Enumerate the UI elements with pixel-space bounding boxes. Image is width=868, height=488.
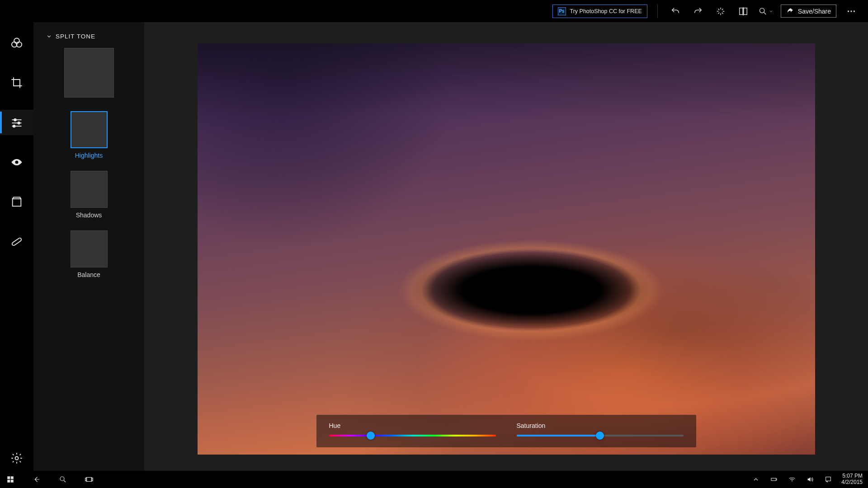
- preset-label: Highlights: [75, 152, 103, 159]
- hue-handle[interactable]: [367, 432, 375, 440]
- battery-icon: [770, 476, 778, 483]
- svg-rect-25: [11, 476, 14, 479]
- preset-original[interactable]: [64, 48, 114, 107]
- back-icon: [33, 475, 41, 483]
- notification-icon: [825, 476, 832, 483]
- saturation-slider[interactable]: [517, 435, 684, 436]
- wifi-icon: [788, 476, 796, 483]
- svg-point-28: [60, 477, 64, 481]
- autofix-button[interactable]: [713, 4, 728, 19]
- save-share-button[interactable]: Save/Share: [781, 5, 836, 18]
- notification-center[interactable]: [823, 474, 833, 484]
- taskview-icon: [85, 475, 93, 483]
- crop-icon: [10, 76, 23, 89]
- svg-point-5: [848, 10, 849, 12]
- svg-point-16: [13, 125, 15, 127]
- svg-point-12: [14, 119, 16, 121]
- svg-point-14: [18, 122, 20, 124]
- tray-overflow[interactable]: [751, 474, 761, 484]
- zoom-icon: [758, 6, 768, 16]
- system-tray: 5:07 PM 4/2/2015: [751, 473, 863, 486]
- workspace: Hue Saturation: [144, 22, 868, 475]
- preset-thumb: [71, 171, 108, 208]
- preset-highlights[interactable]: Highlights: [71, 111, 108, 168]
- svg-line-4: [764, 12, 766, 14]
- ps-badge: Ps: [558, 7, 566, 15]
- tool-crop[interactable]: [0, 70, 33, 95]
- wifi-status[interactable]: [787, 474, 797, 484]
- preset-thumb: [64, 48, 114, 98]
- compare-icon: [738, 6, 748, 16]
- split-tone-panel: SPLIT TONE Highlights Shadows Balance: [33, 22, 144, 475]
- sliders-icon: [10, 116, 23, 129]
- svg-point-7: [854, 10, 855, 12]
- frame-icon: [10, 196, 23, 208]
- search-button[interactable]: [58, 474, 68, 484]
- topbar-divider: [657, 5, 658, 18]
- hue-slider[interactable]: [329, 435, 496, 436]
- photoshop-promo[interactable]: Ps Try PhotoShop CC for FREE: [552, 5, 647, 18]
- clock-time: 5:07 PM: [842, 473, 863, 479]
- svg-rect-26: [7, 480, 10, 483]
- preset-label: Shadows: [76, 211, 102, 219]
- sparkle-icon: [716, 6, 726, 16]
- svg-point-35: [792, 481, 793, 482]
- redo-button[interactable]: [690, 4, 706, 19]
- back-button[interactable]: [32, 474, 42, 484]
- svg-rect-30: [86, 478, 92, 482]
- svg-rect-18: [11, 237, 22, 246]
- svg-rect-0: [740, 8, 743, 14]
- svg-rect-32: [91, 478, 93, 481]
- image-canvas[interactable]: Hue Saturation: [198, 43, 815, 455]
- svg-point-23: [15, 457, 19, 460]
- volume-status[interactable]: [805, 474, 815, 484]
- slider-overlay: Hue Saturation: [316, 415, 696, 447]
- undo-icon: [670, 6, 680, 16]
- chevron-down-icon: [46, 33, 52, 39]
- zoom-button[interactable]: [758, 4, 774, 19]
- taskbar-clock[interactable]: 5:07 PM 4/2/2015: [841, 473, 863, 486]
- start-button[interactable]: [5, 474, 15, 484]
- chevron-down-icon: [769, 9, 774, 14]
- looks-icon: [10, 37, 23, 49]
- tool-strip: [0, 22, 33, 475]
- tool-settings[interactable]: [0, 446, 33, 471]
- preset-thumb: [71, 111, 108, 148]
- preset-shadows[interactable]: Shadows: [71, 171, 108, 228]
- windows-taskbar: 5:07 PM 4/2/2015: [0, 471, 868, 488]
- taskview-button[interactable]: [84, 474, 94, 484]
- eye-icon: [10, 156, 23, 169]
- saturation-handle[interactable]: [596, 432, 604, 440]
- tool-redeye[interactable]: [0, 150, 33, 175]
- volume-icon: [807, 476, 814, 483]
- svg-rect-31: [85, 478, 87, 481]
- svg-line-29: [64, 480, 66, 482]
- svg-rect-34: [776, 479, 777, 480]
- hue-label: Hue: [329, 422, 496, 429]
- panel-heading[interactable]: SPLIT TONE: [33, 33, 144, 45]
- svg-rect-33: [771, 478, 776, 480]
- undo-button[interactable]: [668, 4, 683, 19]
- more-button[interactable]: [844, 4, 859, 19]
- svg-rect-36: [826, 477, 831, 481]
- bandage-icon: [10, 235, 23, 248]
- svg-rect-1: [744, 8, 747, 14]
- tool-looks[interactable]: [0, 30, 33, 56]
- panel-heading-label: SPLIT TONE: [56, 33, 95, 40]
- preset-thumb: [71, 230, 108, 267]
- tool-frames[interactable]: [0, 189, 33, 215]
- preset-label: Balance: [77, 271, 100, 278]
- svg-point-6: [850, 10, 852, 12]
- save-share-label: Save/Share: [798, 8, 831, 15]
- tool-adjust[interactable]: [0, 110, 33, 135]
- tool-heal[interactable]: [0, 229, 33, 254]
- windows-icon: [6, 475, 14, 483]
- svg-rect-24: [7, 476, 10, 479]
- svg-rect-17: [13, 199, 21, 206]
- preset-balance[interactable]: Balance: [71, 230, 108, 287]
- chevron-up-icon: [752, 476, 760, 483]
- compare-button[interactable]: [736, 4, 751, 19]
- saturation-label: Saturation: [517, 422, 684, 429]
- app-topbar: Ps Try PhotoShop CC for FREE Save/Share: [0, 0, 868, 22]
- battery-status[interactable]: [769, 474, 779, 484]
